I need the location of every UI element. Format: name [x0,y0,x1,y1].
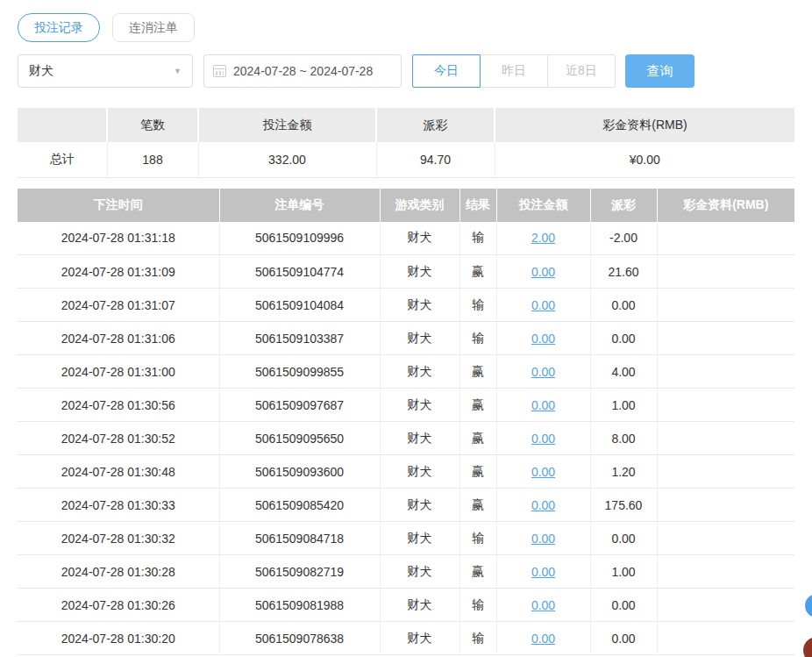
bet-time-cell: 2024-07-28 01:30:20 [18,622,219,655]
header-bet-time: 下注时间 [18,189,219,222]
bet-amount-link[interactable]: 0.00 [531,632,555,646]
result-cell: 输 [459,589,496,622]
bet-amount-link: 0.00 [496,522,590,555]
bet-records-page: 投注记录 连消注单 财犬 ▼ 2024-07-28 ~ 2024-07-28 今… [0,0,812,657]
order-number-cell: 5061509103387 [219,322,380,355]
bet-time-cell: 2024-07-28 01:31:00 [18,355,219,389]
table-row: 2024-07-28 01:30:565061509097687财犬赢0.001… [18,389,794,422]
payout-cell: 0.00 [590,522,657,555]
bet-amount-link[interactable]: 0.00 [531,432,555,446]
bet-amount-link[interactable]: 0.00 [531,465,555,479]
bet-time-cell: 2024-07-28 01:31:09 [18,255,219,289]
quick-date-group: 今日 昨日 近8日 [412,54,616,88]
result-cell: 输 [459,289,496,322]
bonus-cell [657,455,794,489]
game-type-cell: 财犬 [380,589,459,622]
result-cell: 赢 [459,422,496,455]
bet-time-cell: 2024-07-28 01:30:28 [18,555,219,589]
bonus-cell [657,422,794,455]
floating-action-button[interactable] [803,637,812,657]
table-row: 2024-07-28 01:30:265061509081988财犬输0.000… [18,589,794,622]
payout-cell: 0.00 [590,322,657,355]
summary-header-empty [18,108,107,142]
last-8-days-button[interactable]: 近8日 [547,54,616,88]
bet-amount-link[interactable]: 0.00 [531,398,555,412]
header-payout: 派彩 [590,189,657,222]
bet-time-cell: 2024-07-28 01:30:32 [18,522,219,555]
date-range-input[interactable]: 2024-07-28 ~ 2024-07-28 [203,54,402,88]
records-table: 下注时间 注单编号 游戏类别 结果 投注金额 派彩 彩金资料(RMB) 2024… [18,189,794,656]
payout-cell: 21.60 [590,255,657,289]
payout-cell: 1.00 [590,389,657,422]
result-cell: 赢 [459,555,496,589]
tab-bet-records[interactable]: 投注记录 [18,13,100,42]
result-cell: 赢 [459,489,496,522]
game-type-cell: 财犬 [380,389,459,422]
game-type-cell: 财犬 [380,555,459,589]
query-button[interactable]: 查询 [625,54,694,88]
summary-header-row: 笔数 投注金额 派彩 彩金资料(RMB) [18,108,794,142]
game-type-cell: 财犬 [380,222,459,255]
payout-cell: 8.00 [590,422,657,455]
summary-table: 笔数 投注金额 派彩 彩金资料(RMB) 总计 188 332.00 94.70… [18,108,794,178]
bet-amount-link[interactable]: 0.00 [531,598,555,612]
summary-total-payout: 94.70 [376,142,495,177]
date-range-value: 2024-07-28 ~ 2024-07-28 [233,64,373,78]
bet-amount-link: 0.00 [496,555,590,589]
table-row: 2024-07-28 01:31:185061509109996财犬输2.00-… [18,222,794,255]
calendar-icon [213,65,226,77]
summary-total-count: 188 [107,142,198,177]
bet-amount-link[interactable]: 0.00 [531,565,555,579]
result-cell: 输 [459,322,496,355]
result-cell: 赢 [459,255,496,289]
bonus-cell [657,589,794,622]
bet-amount-link[interactable]: 0.00 [531,532,555,546]
summary-total-label: 总计 [18,142,107,177]
bonus-cell [657,522,794,555]
floating-service-button[interactable] [805,594,812,618]
result-cell: 赢 [459,355,496,389]
order-number-cell: 5061509095650 [219,422,380,455]
summary-header-bonus: 彩金资料(RMB) [495,108,794,142]
bet-amount-link[interactable]: 2.00 [531,231,555,245]
bet-time-cell: 2024-07-28 01:30:33 [18,489,219,522]
header-bet-amount: 投注金额 [496,189,590,222]
records-header-row: 下注时间 注单编号 游戏类别 结果 投注金额 派彩 彩金资料(RMB) [18,189,794,222]
result-cell: 输 [459,522,496,555]
bet-amount-link[interactable]: 0.00 [531,498,555,512]
bonus-cell [657,355,794,389]
order-number-cell: 5061509082719 [219,555,380,589]
bet-time-cell: 2024-07-28 01:30:52 [18,422,219,455]
bet-amount-link: 0.00 [496,255,590,289]
yesterday-button[interactable]: 昨日 [480,54,548,88]
filter-bar: 财犬 ▼ 2024-07-28 ~ 2024-07-28 今日 昨日 近8日 查… [18,54,794,88]
bet-amount-link[interactable]: 0.00 [531,265,555,279]
bet-amount-link[interactable]: 0.00 [531,365,555,379]
summary-total-bet-amount: 332.00 [198,142,376,177]
game-select[interactable]: 财犬 ▼ [18,54,193,88]
bet-amount-link: 0.00 [496,322,590,355]
bet-amount-link: 0.00 [496,455,590,489]
game-type-cell: 财犬 [380,355,459,389]
bet-amount-link: 0.00 [496,489,590,522]
tab-cancelled-orders[interactable]: 连消注单 [112,13,195,42]
summary-header-payout: 派彩 [376,108,495,142]
bet-amount-link[interactable]: 0.00 [531,298,555,312]
table-row: 2024-07-28 01:31:075061509104084财犬输0.000… [18,289,794,322]
today-button[interactable]: 今日 [412,54,481,88]
table-row: 2024-07-28 01:30:335061509085420财犬赢0.001… [18,489,794,522]
top-tabs: 投注记录 连消注单 [18,13,794,42]
game-type-cell: 财犬 [380,489,459,522]
bet-amount-link[interactable]: 0.00 [531,332,555,346]
table-row: 2024-07-28 01:30:485061509093600财犬赢0.001… [18,455,794,489]
payout-cell: 0.00 [590,589,657,622]
bet-amount-link: 0.00 [496,289,590,322]
table-row: 2024-07-28 01:30:285061509082719财犬赢0.001… [18,555,794,589]
bet-time-cell: 2024-07-28 01:31:06 [18,322,219,355]
result-cell: 输 [459,222,496,255]
game-type-cell: 财犬 [380,622,459,655]
payout-cell: -2.00 [590,222,657,255]
order-number-cell: 5061509078638 [219,622,380,655]
order-number-cell: 5061509085420 [219,489,380,522]
payout-cell: 4.00 [590,355,657,389]
